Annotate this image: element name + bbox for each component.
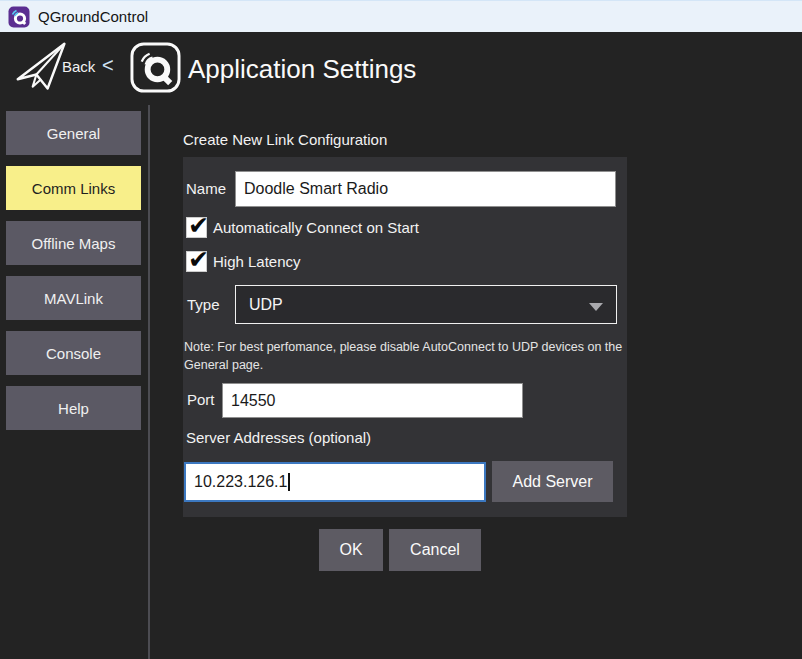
sidebar-item-mavlink[interactable]: MAVLink xyxy=(6,276,141,320)
sidebar-item-offline-maps[interactable]: Offline Maps xyxy=(6,221,141,265)
qgroundcontrol-app-icon xyxy=(8,6,30,28)
window-titlebar: QGroundControl xyxy=(0,0,802,32)
sidebar-item-console[interactable]: Console xyxy=(6,331,141,375)
back-chevron-icon[interactable]: < xyxy=(102,54,114,77)
checkbox-checked-icon[interactable]: ✔ xyxy=(186,217,207,238)
high-latency-label: High Latency xyxy=(213,253,301,270)
type-label: Type xyxy=(187,296,220,313)
auto-connect-checkbox-row[interactable]: ✔ Automatically Connect on Start xyxy=(186,217,419,238)
qgc-logo-icon xyxy=(130,42,181,93)
type-dropdown[interactable]: UDP xyxy=(235,285,617,324)
port-input[interactable] xyxy=(222,383,523,418)
dropdown-arrow-icon xyxy=(589,303,603,311)
high-latency-checkbox-row[interactable]: ✔ High Latency xyxy=(186,251,301,272)
link-configuration-panel: Name ✔ Automatically Connect on Start ✔ … xyxy=(183,157,627,517)
name-input[interactable] xyxy=(235,171,616,207)
ok-button[interactable]: OK xyxy=(319,529,383,571)
back-button[interactable]: Back xyxy=(62,58,95,75)
page-title: Application Settings xyxy=(188,54,416,85)
udp-note-text: Note: For best perfomance, please disabl… xyxy=(184,338,627,374)
checkbox-checked-icon[interactable]: ✔ xyxy=(186,251,207,272)
add-server-button[interactable]: Add Server xyxy=(492,461,613,502)
name-label: Name xyxy=(186,180,226,197)
type-dropdown-value: UDP xyxy=(249,296,283,314)
section-title: Create New Link Configuration xyxy=(183,131,387,148)
port-label: Port xyxy=(187,391,215,408)
sidebar-item-comm-links[interactable]: Comm Links xyxy=(6,166,141,210)
server-addresses-label: Server Addresses (optional) xyxy=(186,429,371,446)
auto-connect-label: Automatically Connect on Start xyxy=(213,219,419,236)
application-window: Back < Application Settings General Comm… xyxy=(0,32,802,659)
cancel-button[interactable]: Cancel xyxy=(389,529,481,571)
sidebar-item-general[interactable]: General xyxy=(6,111,141,155)
text-cursor xyxy=(288,473,290,491)
window-title: QGroundControl xyxy=(38,8,148,25)
server-address-input[interactable]: 10.223.126.1 xyxy=(184,462,486,502)
sidebar-scrollbar[interactable] xyxy=(148,105,150,659)
sidebar-item-help[interactable]: Help xyxy=(6,386,141,430)
server-address-value: 10.223.126.1 xyxy=(194,473,287,491)
